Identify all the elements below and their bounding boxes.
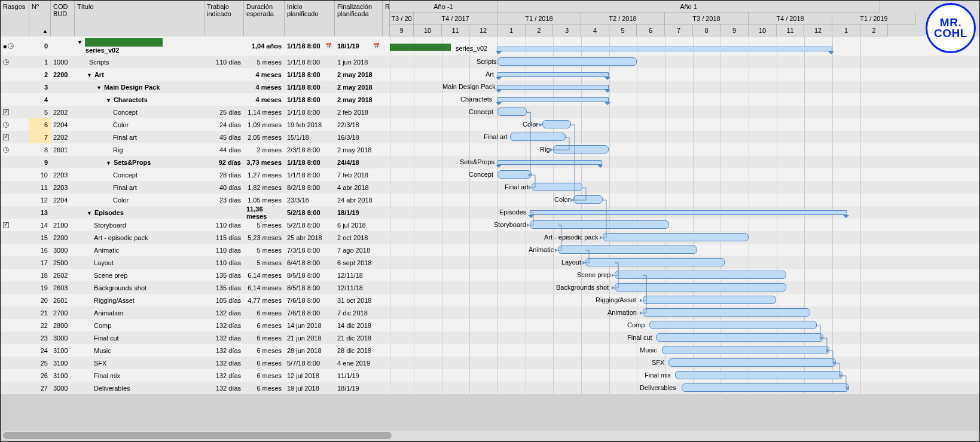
cell-inicio[interactable]: 28 jun 2018 [285, 344, 335, 357]
gantt-task-bar[interactable] [542, 120, 571, 128]
col-n[interactable]: Nº▲ [29, 1, 51, 36]
cell-titulo[interactable]: Scene prep [75, 269, 204, 281]
gantt-task-bar[interactable] [558, 245, 697, 254]
cell-titulo[interactable]: ▼Sets&Props [75, 156, 204, 168]
timeline-quarter[interactable]: T3 / 2018 [665, 13, 749, 24]
cell-fin[interactable]: 1 jun 2018 [335, 56, 383, 68]
cell-inicio[interactable]: 23/3/18 [285, 194, 335, 206]
cell-fin[interactable]: 2 oct 2018 [335, 231, 383, 244]
gantt-task-bar[interactable] [615, 283, 786, 291]
cell-titulo[interactable]: Comp [75, 319, 204, 332]
cell-titulo[interactable]: Final mix [75, 369, 204, 382]
gantt-task-bar[interactable] [643, 308, 810, 317]
cell-titulo[interactable]: Deliverables [75, 382, 204, 394]
cell-titulo[interactable]: ▼series_v02 [75, 36, 204, 56]
calendar-icon[interactable]: 📅 [325, 43, 332, 49]
cell-fin[interactable]: 21 dic 2018 [335, 332, 383, 344]
timeline-year[interactable]: Año -1 [390, 1, 497, 13]
timeline-month[interactable]: 9 [721, 24, 749, 36]
timeline-header[interactable]: Año -1Año 1T3 / 20T4 / 2017T1 / 2018T2 /… [390, 1, 978, 36]
gantt-task-bar[interactable] [662, 346, 829, 354]
cell-fin[interactable]: 18/1/19 [335, 206, 383, 219]
cell-fin[interactable]: 2 may 2018 [335, 81, 383, 93]
cell-titulo[interactable]: Concept [75, 168, 204, 181]
cell-titulo[interactable]: Final art [75, 181, 204, 194]
cell-titulo[interactable]: ▼Episodes [75, 206, 204, 219]
cell-fin[interactable]: 31 oct 2018 [335, 294, 383, 306]
timeline-month[interactable]: 11 [442, 24, 469, 36]
disclosure-icon[interactable]: ▼ [106, 97, 111, 103]
cell-inicio[interactable]: 1/1/18 8:00📅 [285, 36, 335, 56]
cell-titulo[interactable]: Backgrounds shot [75, 281, 204, 294]
cell-inicio[interactable]: 6/4/18 8:00 [285, 256, 335, 269]
gantt-summary-bar[interactable] [530, 210, 847, 215]
timeline-month[interactable]: 2 [526, 24, 553, 36]
timeline-quarter[interactable]: T3 / 20 [390, 13, 414, 24]
cell-fin[interactable]: 7 ago 2018 [335, 244, 383, 256]
col-duracion[interactable]: Duración esperada [244, 1, 285, 36]
gantt-task-bar[interactable] [656, 333, 823, 342]
cell-fin[interactable]: 2 may 2018 [335, 93, 383, 106]
timeline-quarter[interactable]: T4 / 2017 [414, 13, 497, 24]
timeline-quarter[interactable]: T4 / 2018 [749, 13, 832, 24]
gantt-task-bar[interactable] [497, 57, 637, 66]
cell-titulo[interactable]: ▼Main Design Pack [75, 81, 204, 93]
timeline-month[interactable]: 12 [469, 24, 497, 36]
timeline-month[interactable]: 9 [390, 24, 414, 36]
timeline-month[interactable]: 7 [665, 24, 693, 36]
disclosure-icon[interactable]: ▼ [87, 72, 92, 78]
timeline-quarter[interactable]: T1 / 2018 [497, 13, 581, 24]
gantt-task-bar[interactable] [573, 195, 603, 204]
gantt-task-bar[interactable] [497, 170, 532, 179]
cell-fin[interactable]: 4 abr 2018 [335, 181, 383, 194]
cell-fin[interactable]: 16/3/18 [335, 131, 383, 143]
gantt-body[interactable]: series_v02ScriptsArtMain Design PackChar… [390, 36, 978, 394]
disclosure-icon[interactable]: ▼ [87, 210, 92, 216]
cell-fin[interactable]: 12/11/18 [335, 281, 383, 294]
cell-fin[interactable]: 18/1/19📅 [335, 36, 383, 56]
timeline-month[interactable]: 11 [777, 24, 804, 36]
cell-inicio[interactable]: 1/1/18 8:00 [285, 81, 335, 93]
gantt-task-bar[interactable] [615, 271, 786, 279]
timeline-month[interactable]: 5 [609, 24, 637, 36]
gantt-task-bar[interactable] [682, 383, 849, 392]
cell-titulo[interactable]: Animation [75, 306, 204, 319]
cell-fin[interactable]: 14 dic 2018 [335, 319, 383, 332]
timeline-month[interactable]: 1 [832, 24, 860, 36]
col-inicio[interactable]: Inicio planificado [285, 1, 335, 36]
cell-titulo[interactable]: ▼Charactets [75, 93, 204, 106]
timeline-month[interactable]: 2 [860, 24, 888, 36]
gantt-task-bar[interactable] [603, 233, 749, 241]
cell-titulo[interactable]: Animatic [75, 244, 204, 256]
timeline-month[interactable]: 3 [553, 24, 581, 36]
cell-fin[interactable]: 6 sept 2018 [335, 256, 383, 269]
cell-fin[interactable]: 24/4/18 [335, 156, 383, 168]
col-fin[interactable]: Finalización planificada [335, 1, 383, 36]
cell-titulo[interactable]: Layout [75, 256, 204, 269]
gantt-task-bar[interactable] [585, 258, 725, 266]
cell-fin[interactable]: 6 jul 2018 [335, 219, 383, 231]
cell-fin[interactable]: 12/11/18 [335, 269, 383, 281]
timeline-quarter[interactable]: T2 / 2018 [581, 13, 665, 24]
cell-inicio[interactable]: 8/2/18 8:00 [285, 181, 335, 194]
cell-inicio[interactable]: 1/1/18 8:00 [285, 168, 335, 181]
cell-inicio[interactable]: 2/3/18 8:00 [285, 143, 335, 156]
gantt-summary-bar[interactable] [497, 72, 609, 77]
cell-inicio[interactable]: 7/6/18 8:00 [285, 294, 335, 306]
cell-fin[interactable]: 4 ene 2019 [335, 357, 383, 369]
cell-fin[interactable]: 28 dic 2018 [335, 344, 383, 357]
cell-inicio[interactable]: 5/2/18 8:00 [285, 206, 335, 219]
timeline-year[interactable]: Año 1 [497, 1, 880, 13]
gantt-summary-bar[interactable] [497, 97, 609, 102]
cell-fin[interactable]: 22/3/18 [335, 118, 383, 131]
timeline-month[interactable]: 8 [693, 24, 721, 36]
gantt-summary-bar[interactable] [497, 160, 602, 165]
gantt-summary-bar[interactable] [497, 47, 832, 51]
cell-inicio[interactable]: 14 jun 2018 [285, 319, 335, 332]
cell-fin[interactable]: 18/1/19 [335, 382, 383, 394]
calendar-icon[interactable]: 📅 [373, 43, 380, 49]
cell-inicio[interactable]: 12 jul 2018 [285, 369, 335, 382]
cell-fin[interactable]: 7 feb 2018 [335, 168, 383, 181]
cell-titulo[interactable]: Storyboard [75, 219, 204, 231]
cell-fin[interactable]: 24 abr 2018 [335, 194, 383, 206]
